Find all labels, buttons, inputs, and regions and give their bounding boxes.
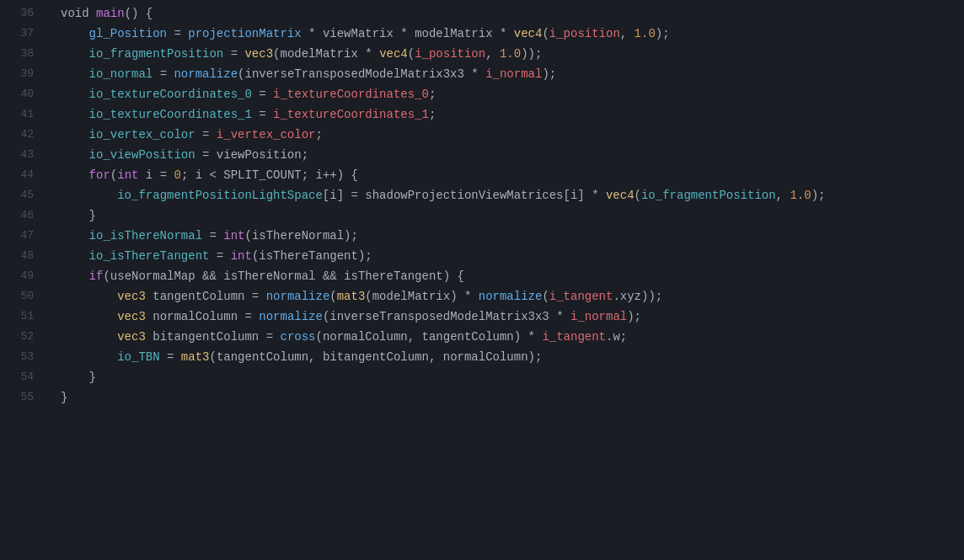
plain-token: isThereTangent [344,269,443,283]
type-token: vec4 [606,189,635,202]
iovar-token: io_isThereNormal [89,229,202,243]
plain-token: modelMatrix [415,27,492,40]
plain-token: * [358,47,379,61]
line-number: 52 [7,327,34,347]
type-token: vec4 [514,27,543,40]
plain-token: bitangentColumn [153,330,259,344]
code-content[interactable]: void main() { gl_Position = projectionMa… [44,3,964,560]
plain-token: ( [209,350,216,364]
plain-token: } [61,209,96,222]
plain-token: ( [244,229,251,243]
code-line: io_fragmentPosition = vec3(modelMatrix *… [61,44,964,64]
iovar-token: io_textureCoordinates_1 [89,108,252,121]
iovar-token: io_fragmentPositionLightSpace [117,189,323,202]
plain-token: ( [408,47,415,61]
line-number: 41 [7,104,34,125]
plain-token: shadowProjectionViewMatrices [365,189,563,202]
plain-token: useNormalMap [110,269,195,283]
plain-token: tangentColumn [217,350,308,364]
plain-token: bitangentColumn [323,350,429,364]
plain-token [61,67,89,81]
plain-token: ); [656,27,670,40]
plain-token: = [209,249,230,263]
func-token: normalize [174,67,238,81]
plain-token: , [308,350,323,364]
num-token: 0 [174,168,180,182]
line-number: 48 [7,246,34,266]
ivar-token: i_textureCoordinates_1 [273,108,429,121]
plain-token: ; [429,108,436,121]
plain-token: ; [429,88,436,101]
code-line: io_fragmentPositionLightSpace[i] = shado… [61,185,964,205]
plain-token: [i] * [564,189,606,202]
ivar-token: i_tangent [542,330,606,344]
code-line: io_viewPosition = viewPosition; [61,145,964,165]
func-token: normalize [259,310,323,323]
plain-token [61,350,117,364]
iovar-token: io_TBN [117,350,159,364]
plain-token: , [620,27,635,40]
line-number: 47 [7,226,34,246]
plain-token: ( [635,189,641,202]
code-line: io_textureCoordinates_1 = i_textureCoord… [61,104,964,125]
iovar-token: io_fragmentPosition [89,47,224,61]
ivar-token: i_tangent [549,290,613,303]
plain-token: SPLIT_COUNT [223,168,301,182]
plain-token: = [252,88,273,101]
plain-token: , [485,47,500,61]
plain-token [61,168,89,182]
plain-token: ( [316,330,323,344]
plain-token: ; i++) { [302,168,358,182]
iovar-token: io_vertex_color [89,128,195,141]
code-line: for(int i = 0; i < SPLIT_COUNT; i++) { [61,165,964,185]
plain-token [146,330,153,344]
plain-token: tangentColumn [153,290,244,303]
plain-token: = [244,290,265,303]
plain-token: * [549,310,570,323]
plain-token: modelMatrix [372,290,450,303]
plain-token: = [160,350,181,364]
plain-token: ); [811,189,826,202]
plain-token [61,330,117,344]
plain-token [61,108,89,121]
plain-token [61,249,89,263]
kw-token: int [223,229,244,243]
plain-token: && [195,269,224,283]
kw-token: main [96,7,125,20]
plain-token: viewPosition [217,148,302,162]
plain-token: ); [627,310,641,323]
code-line: gl_Position = projectionMatrix * viewMat… [61,24,964,44]
plain-token: } [61,391,67,404]
code-line: io_TBN = mat3(tangentColumn, bitangentCo… [61,347,964,367]
plain-token: i = [138,168,174,182]
type-token: vec4 [379,47,408,61]
line-numbers: 3637383940414243444546474849505152535455 [0,3,44,560]
plain-token: inverseTransposedModelMatrix3x3 [244,67,463,81]
plain-token: ( [110,168,117,182]
line-number: 45 [7,185,34,205]
line-number: 51 [7,307,34,327]
plain-token: , [429,350,443,364]
plain-token: = [195,128,217,141]
line-number: 40 [7,84,34,104]
plain-token: = [153,67,174,81]
iovar-token: io_textureCoordinates_0 [89,88,252,101]
kw-token: int [231,249,252,263]
plain-token: [i] = [323,189,365,202]
plain-token: ( [329,290,336,303]
plain-token: ; i < [181,168,223,182]
code-line: vec3 tangentColumn = normalize(mat3(mode… [61,286,964,307]
line-number: 49 [7,266,34,286]
plain-token [146,310,153,323]
plain-token: void [61,7,96,20]
code-line: io_isThereTangent = int(isThereTangent); [61,246,964,266]
type-token: vec3 [117,330,146,344]
code-line: io_textureCoordinates_0 = i_textureCoord… [61,84,964,104]
plain-token: = [252,108,273,121]
ivar-token: i_position [415,47,485,61]
plain-token: isThereNormal [252,229,344,243]
num-token: 1.0 [500,47,521,61]
plain-token: ) { [443,269,464,283]
line-number: 39 [7,64,34,84]
plain-token: * [394,27,415,40]
